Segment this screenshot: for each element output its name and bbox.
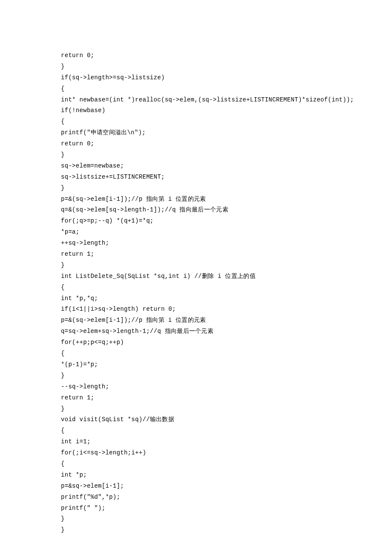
code-document-page: return 0;}if(sq->length>=sq->listsize){i… — [0, 0, 392, 555]
code-line: int* newbase=(int *)realloc(sq->elem,(sq… — [61, 95, 392, 106]
code-line: if(i<1||i>sq->length) return 0; — [61, 304, 392, 315]
code-line: { — [61, 459, 392, 470]
code-line: { — [61, 282, 392, 293]
code-line: int ListDelete_Sq(SqList *sq,int i) //删除… — [61, 271, 392, 282]
code-line: return 0; — [61, 139, 392, 150]
code-line: sq->listsize+=LISTINCREMENT; — [61, 172, 392, 183]
code-line: p=&(sq->elem[i-1]);//p 指向第 i 位置的元素 — [61, 315, 392, 326]
code-line: int i=1; — [61, 436, 392, 448]
code-line: } — [61, 150, 392, 161]
code-line: } — [61, 61, 392, 72]
code-line: } — [61, 514, 392, 525]
code-block: return 0;}if(sq->length>=sq->listsize){i… — [61, 50, 392, 536]
code-line: } — [61, 404, 392, 415]
code-line: printf("%d",*p); — [61, 492, 392, 503]
code-line: *(p-1)=*p; — [61, 359, 392, 370]
code-line: printf(" "); — [61, 503, 392, 514]
code-line: { — [61, 348, 392, 359]
code-line: { — [61, 425, 392, 436]
code-line: } — [61, 370, 392, 382]
code-line: for(++p;p<=q;++p) — [61, 337, 392, 348]
code-line: return 1; — [61, 393, 392, 404]
code-line: } — [61, 525, 392, 536]
code-line: if(!newbase) — [61, 105, 392, 116]
code-line: *p=a; — [61, 227, 392, 238]
code-line: q=&(sq->elem[sq->length-1]);//q 指向最后一个元素 — [61, 205, 392, 216]
code-line: q=sq->elem+sq->length-1;//q 指向最后一个元素 — [61, 326, 392, 337]
code-line: { — [61, 116, 392, 127]
code-line: for(;q>=p;--q) *(q+1)=*q; — [61, 216, 392, 227]
code-line: p=&(sq->elem[i-1]);//p 指向第 i 位置的元素 — [61, 194, 392, 205]
code-line: int *p; — [61, 470, 392, 481]
code-line: } — [61, 260, 392, 271]
code-line: ++sq->length; — [61, 238, 392, 249]
code-line: p=&sq->elem[i-1]; — [61, 481, 392, 492]
code-line: return 1; — [61, 249, 392, 260]
code-line: for(;i<=sq->length;i++) — [61, 448, 392, 459]
code-line: sq->elem=newbase; — [61, 161, 392, 172]
code-line: printf("申请空间溢出\n"); — [61, 127, 392, 139]
code-line: int *p,*q; — [61, 293, 392, 304]
code-line: } — [61, 183, 392, 194]
code-line: if(sq->length>=sq->listsize) — [61, 72, 392, 84]
code-line: return 0; — [61, 50, 392, 61]
code-line: { — [61, 84, 392, 95]
code-line: --sq->length; — [61, 382, 392, 393]
code-line: void visit(SqList *sq)//输出数据 — [61, 414, 392, 425]
